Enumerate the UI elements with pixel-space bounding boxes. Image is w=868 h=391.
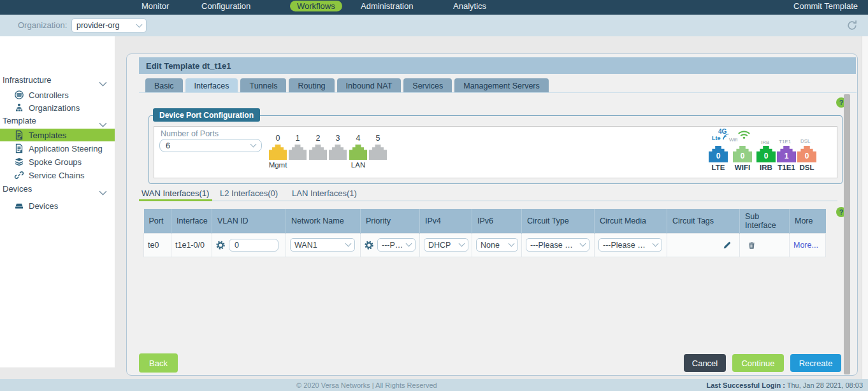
content-scrollbar[interactable] xyxy=(844,94,850,374)
organization-icon xyxy=(14,103,24,113)
nav-administration[interactable]: Administration xyxy=(361,1,413,11)
port-number: 4 xyxy=(349,134,367,143)
sidebar-item-label: Spoke Groups xyxy=(29,157,82,167)
controller-icon xyxy=(14,90,24,100)
sidebar-item-templates[interactable]: Templates xyxy=(0,129,115,141)
priority-select[interactable]: ---Pl... xyxy=(377,238,416,252)
cell-circuit-type: ---Please Sel... xyxy=(522,233,595,257)
network-name-select[interactable]: WAN1 xyxy=(290,238,355,252)
copyright-text: © 2020 Versa Networks | All Rights Reser… xyxy=(296,381,437,389)
col-network-name: Network Name xyxy=(286,209,361,233)
cell-sub-interface xyxy=(740,233,790,257)
gear-icon[interactable] xyxy=(365,241,373,250)
device-icon xyxy=(14,201,24,211)
tab-routing[interactable]: Routing xyxy=(289,78,334,93)
template-tabs: Basic Interfaces Tunnels Routing Inbound… xyxy=(145,78,549,93)
cell-more: More... xyxy=(790,233,826,257)
tab-interfaces[interactable]: Interfaces xyxy=(185,78,238,93)
col-vlan-id: VLAN ID xyxy=(212,209,286,233)
cancel-button[interactable]: Cancel xyxy=(684,354,726,372)
nav-monitor[interactable]: Monitor xyxy=(141,1,169,11)
commit-template-button[interactable]: Commit Template xyxy=(793,1,858,11)
tab-l2-interfaces[interactable]: L2 Interfaces(0) xyxy=(220,188,278,198)
sidebar-item-label: Application Steering xyxy=(29,144,103,153)
priority-value: ---Pl... xyxy=(382,241,403,250)
nav-workflows[interactable]: Workflows xyxy=(290,1,342,11)
app-root: Monitor Configuration Workflows Administ… xyxy=(0,0,868,391)
refresh-icon[interactable] xyxy=(846,20,858,31)
tab-management-servers[interactable]: Management Servers xyxy=(454,78,549,93)
sidebar-item-application-steering[interactable]: Application Steering xyxy=(0,142,115,155)
ipv6-value: None xyxy=(481,241,500,250)
vlan-id-input[interactable] xyxy=(229,239,278,252)
chevron-down-icon xyxy=(459,241,465,247)
cell-network-name: WAN1 xyxy=(286,233,361,257)
organization-bar: Organization: provider-org xyxy=(0,15,868,36)
sidebar-item-organizations[interactable]: Organizations xyxy=(0,101,115,114)
number-of-ports-select[interactable]: 6 xyxy=(159,139,262,152)
sidebar-item-label: Controllers xyxy=(29,90,69,100)
port-number: 2 xyxy=(309,134,327,143)
tab-wan-interfaces[interactable]: WAN Interfaces(1) xyxy=(141,188,209,198)
nav-analytics[interactable]: Analytics xyxy=(453,1,486,11)
sidebar-item-label: Service Chains xyxy=(29,171,84,180)
tab-lan-interfaces[interactable]: LAN Interfaces(1) xyxy=(292,188,357,198)
window-scrollbar-track[interactable] xyxy=(862,36,868,380)
gear-icon[interactable] xyxy=(216,241,225,250)
sidebar-section-devices[interactable]: Devices xyxy=(3,184,32,194)
network-name-value: WAN1 xyxy=(294,241,317,250)
port-0-label: Mgmt xyxy=(266,161,289,169)
organization-label: Organization: xyxy=(18,20,67,30)
cell-circuit-tags xyxy=(667,233,740,257)
chevron-down-icon xyxy=(99,78,107,83)
circuit-type-select[interactable]: ---Please Sel... xyxy=(526,238,590,252)
tab-inbound-nat[interactable]: Inbound NAT xyxy=(337,78,401,93)
sidebar-item-spoke-groups[interactable]: Spoke Groups xyxy=(0,155,115,168)
sidebar-item-devices[interactable]: Devices xyxy=(0,199,115,212)
chevron-down-icon xyxy=(653,241,659,247)
col-sub-interface: Sub Interface xyxy=(740,209,790,233)
page-title: Edit Template dt_t1e1 xyxy=(139,57,856,74)
col-more: More xyxy=(790,209,826,233)
col-ipv6: IPv6 xyxy=(472,209,522,233)
layers-icon xyxy=(14,157,24,167)
ipv4-select[interactable]: DHCP xyxy=(424,238,468,252)
last-login-value: Thu, Jan 28 2021, 08:03 xyxy=(787,381,863,389)
col-priority: Priority xyxy=(361,209,420,233)
nav-configuration[interactable]: Configuration xyxy=(201,1,250,11)
cell-vlan-id xyxy=(212,233,286,257)
sidebar-item-service-chains[interactable]: Service Chains xyxy=(0,169,115,181)
chevron-down-icon xyxy=(99,187,107,192)
col-circuit-media: Circuit Media xyxy=(595,209,667,233)
sidebar-section-infrastructure[interactable]: Infrastructure xyxy=(3,75,52,85)
chevron-down-icon xyxy=(406,241,412,247)
circuit-media-select[interactable]: ---Please Sel... xyxy=(598,238,662,252)
organization-select[interactable]: provider-org xyxy=(71,18,147,32)
circuit-type-value: ---Please Sel... xyxy=(530,241,577,250)
port-number: 5 xyxy=(369,134,387,143)
tab-basic[interactable]: Basic xyxy=(145,78,183,93)
template-icon xyxy=(14,143,24,153)
tab-services[interactable]: Services xyxy=(403,78,452,93)
sidebar-item-label: Devices xyxy=(29,201,58,211)
dsl-small-label: DSL xyxy=(800,138,811,144)
cell-port: te0 xyxy=(144,233,171,257)
col-ipv4: IPv4 xyxy=(420,209,472,233)
pencil-icon[interactable] xyxy=(723,241,732,250)
tab-tunnels[interactable]: Tunnels xyxy=(240,78,286,93)
port-number: 0 xyxy=(269,134,287,143)
ipv6-select[interactable]: None xyxy=(476,238,518,252)
more-link[interactable]: More... xyxy=(793,241,818,250)
tab-divider xyxy=(139,92,857,93)
dsl-port-label: DSL xyxy=(793,164,821,171)
continue-button[interactable]: Continue xyxy=(732,354,784,372)
port-number: 3 xyxy=(329,134,347,143)
sidebar-item-controllers[interactable]: Controllers xyxy=(0,89,115,101)
col-circuit-tags: Circuit Tags xyxy=(667,209,740,233)
device-port-configuration-badge: Device Port Configuration xyxy=(153,108,260,122)
interface-tab-divider xyxy=(139,201,837,201)
sidebar-section-template[interactable]: Template xyxy=(3,116,36,125)
trash-icon[interactable] xyxy=(748,241,756,250)
recreate-button[interactable]: Recreate xyxy=(790,354,841,372)
back-button[interactable]: Back xyxy=(139,353,178,373)
